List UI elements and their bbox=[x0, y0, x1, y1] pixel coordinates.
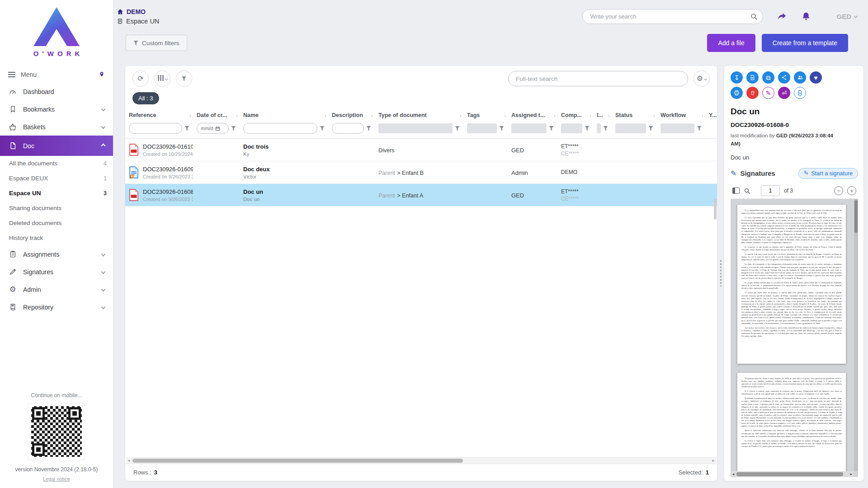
filter-toggle-button[interactable] bbox=[176, 70, 192, 87]
sidebar-item-admin[interactable]: ⚙ Admin bbox=[0, 281, 113, 298]
favorite-button[interactable]: ♥ bbox=[810, 71, 822, 84]
space-crumb[interactable]: Espace UN bbox=[117, 18, 159, 25]
column-header-reference[interactable]: Reference› bbox=[125, 108, 193, 122]
date-input[interactable] bbox=[201, 126, 214, 131]
scrollbar-thumb[interactable] bbox=[736, 472, 843, 476]
sidebar-item-baskets[interactable]: Baskets bbox=[0, 118, 113, 136]
scroll-right-icon[interactable]: ▸ bbox=[711, 458, 716, 464]
scroll-left-icon[interactable]: ◂ bbox=[731, 471, 736, 477]
pdf-vertical-scrollbar[interactable] bbox=[854, 199, 858, 471]
custom-filters-button[interactable]: Custom filters bbox=[126, 35, 187, 51]
column-header-i[interactable]: I...› bbox=[593, 108, 612, 122]
scroll-left-icon[interactable]: ◂ bbox=[126, 458, 132, 464]
download-button[interactable]: ↧ bbox=[731, 71, 743, 84]
column-header-date[interactable]: Date of cr...› bbox=[193, 108, 240, 122]
filter-icon[interactable] bbox=[455, 126, 460, 131]
zoom-out-button[interactable]: − bbox=[834, 186, 843, 195]
table-row[interactable]: DOC230926-01610-3Created on 10/29/2024 1… bbox=[125, 139, 717, 161]
filter-icon[interactable] bbox=[231, 126, 236, 131]
pdf-sidebar-toggle-icon[interactable] bbox=[732, 188, 740, 194]
properties-button[interactable] bbox=[794, 87, 806, 99]
add-file-button[interactable]: Add a file bbox=[707, 34, 755, 52]
pdf-page-input[interactable] bbox=[761, 185, 780, 196]
tab-all[interactable]: All : 3 bbox=[132, 92, 159, 104]
column-header-name[interactable]: Name› bbox=[240, 108, 328, 122]
sidebar-item-all-documents[interactable]: All the documents 4 bbox=[0, 156, 113, 171]
sidebar-item-repository[interactable]: Repository bbox=[0, 298, 113, 316]
column-header-type[interactable]: Type of document› bbox=[375, 108, 463, 122]
column-header-y[interactable]: Y... bbox=[705, 108, 717, 122]
filter-type-select[interactable] bbox=[378, 123, 453, 133]
table-vertical-scrollbar[interactable] bbox=[713, 140, 717, 457]
filter-icon[interactable] bbox=[366, 126, 371, 131]
duplicate-button[interactable]: ⧉ bbox=[762, 71, 774, 84]
filter-icon[interactable] bbox=[549, 126, 554, 131]
filter-assigned-select[interactable] bbox=[511, 123, 547, 133]
sidebar-item-dashboard[interactable]: Dashboard bbox=[0, 83, 113, 100]
filter-icon[interactable] bbox=[603, 126, 608, 131]
scroll-right-icon[interactable]: ▸ bbox=[849, 471, 854, 477]
sidebar-item-assignments[interactable]: Assignments bbox=[0, 245, 113, 263]
column-header-workflow[interactable]: Workflow› bbox=[657, 108, 705, 122]
column-header-description[interactable]: Description› bbox=[328, 108, 375, 122]
filter-status-select[interactable] bbox=[615, 123, 646, 133]
pdf-search-icon[interactable] bbox=[744, 188, 750, 194]
filter-icon[interactable] bbox=[184, 126, 189, 131]
assign-users-button[interactable] bbox=[794, 71, 806, 84]
column-header-tags[interactable]: Tags› bbox=[463, 108, 508, 122]
filter-company-select[interactable] bbox=[561, 123, 582, 133]
share-icon[interactable] bbox=[777, 11, 788, 21]
delete-button[interactable] bbox=[746, 87, 759, 99]
fulltext-search-input[interactable] bbox=[508, 71, 688, 86]
filter-workflow-select[interactable] bbox=[660, 123, 694, 133]
print-button[interactable] bbox=[731, 87, 743, 99]
scrollbar-thumb[interactable] bbox=[132, 459, 463, 463]
table-settings-button[interactable]: ⚙ bbox=[693, 70, 710, 87]
user-menu[interactable]: GED bbox=[836, 13, 857, 20]
refresh-button[interactable]: ⟳ bbox=[132, 70, 149, 87]
global-search-input[interactable] bbox=[582, 9, 763, 24]
share-button[interactable] bbox=[778, 71, 790, 84]
pdf-horizontal-scrollbar[interactable]: ◂ ▸ bbox=[731, 471, 854, 477]
sidebar-item-history-track[interactable]: History track bbox=[0, 230, 113, 245]
table-row-selected[interactable]: DOC230926-01608-0Created on 9/26/2023 3:… bbox=[125, 184, 717, 206]
sidebar-item-espace-deux[interactable]: Espace DEUX 1 bbox=[0, 171, 113, 186]
menu-toggle[interactable]: Menu bbox=[0, 66, 113, 83]
filter-reference-input[interactable] bbox=[129, 123, 182, 134]
pin-icon[interactable] bbox=[99, 71, 105, 78]
filter-icon[interactable] bbox=[585, 126, 590, 131]
filter-icon[interactable] bbox=[648, 126, 653, 131]
column-header-status[interactable]: Status› bbox=[612, 108, 657, 122]
sidebar-item-bookmarks[interactable]: Bookmarks bbox=[0, 100, 113, 118]
filter-date-input[interactable] bbox=[197, 123, 229, 134]
filter-description-input[interactable] bbox=[332, 123, 364, 134]
check-in-button[interactable]: ⏎ bbox=[778, 87, 790, 99]
edit-button[interactable]: ✎ bbox=[762, 87, 774, 99]
filter-tags-select[interactable] bbox=[467, 123, 497, 133]
sidebar-item-signatures[interactable]: Signatures bbox=[0, 263, 113, 281]
hamburger-icon[interactable] bbox=[8, 72, 15, 77]
sidebar-item-deleted-documents[interactable]: Deleted documents bbox=[0, 216, 113, 230]
column-chooser-button[interactable] bbox=[154, 70, 170, 87]
filter-icon[interactable] bbox=[697, 126, 702, 131]
filter-i-select[interactable] bbox=[597, 123, 601, 133]
filter-icon[interactable] bbox=[499, 126, 504, 131]
search-icon[interactable] bbox=[750, 13, 758, 20]
export-file-button[interactable] bbox=[746, 71, 759, 84]
sidebar-item-sharing-documents[interactable]: Sharing documents bbox=[0, 201, 113, 216]
filter-name-input[interactable] bbox=[243, 123, 317, 134]
table-horizontal-scrollbar[interactable]: ◂ ▸ bbox=[126, 457, 716, 464]
panel-resize-handle[interactable] bbox=[717, 66, 724, 481]
sidebar-item-espace-un[interactable]: Espace UN 3 bbox=[0, 186, 113, 201]
legal-notice-link[interactable]: Legal notice bbox=[43, 476, 70, 482]
sidebar-item-doc[interactable]: Doc bbox=[0, 136, 113, 156]
create-from-template-button[interactable]: Create from a template bbox=[762, 34, 848, 52]
filter-icon[interactable] bbox=[320, 126, 325, 131]
workspace-crumb[interactable]: DEMO bbox=[117, 8, 159, 15]
start-signature-button[interactable]: ✎ Start a signature bbox=[798, 168, 858, 179]
zoom-in-button[interactable]: + bbox=[847, 186, 856, 195]
pdf-viewer[interactable]: Il y a aujourd'hui trois cent quarante-h… bbox=[731, 199, 858, 477]
column-header-company[interactable]: Comp...› bbox=[557, 108, 593, 122]
notifications-bell-icon[interactable] bbox=[801, 11, 811, 21]
column-header-assigned[interactable]: Assigned t...› bbox=[508, 108, 557, 122]
